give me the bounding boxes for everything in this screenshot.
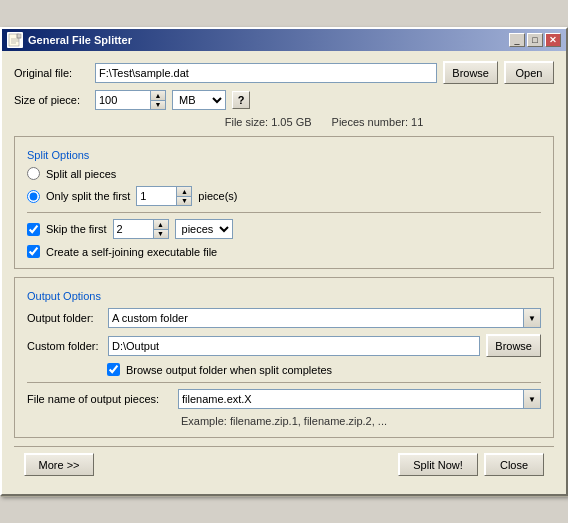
radio-all-pieces[interactable]	[27, 167, 40, 180]
original-file-input[interactable]	[95, 63, 437, 83]
main-window: General File Splitter _ □ ✕ Original fil…	[0, 27, 568, 496]
first-spinners: ▲ ▼	[176, 186, 192, 206]
filename-label: File name of output pieces:	[27, 393, 172, 405]
skip-spinners: ▲ ▼	[153, 219, 169, 239]
pieces-suffix: piece(s)	[198, 190, 237, 202]
radio-first-row: Only split the first ▲ ▼ piece(s)	[27, 186, 541, 206]
skip-first-label: Skip the first	[46, 223, 107, 235]
split-options-label: Split Options	[27, 149, 541, 161]
title-bar-buttons: _ □ ✕	[509, 33, 561, 47]
pieces-number-info: Pieces number: 11	[332, 116, 424, 128]
file-info-row: File size: 1.05 GB Pieces number: 11	[94, 116, 554, 128]
skip-spin-up[interactable]: ▲	[154, 220, 168, 230]
create-exe-checkbox[interactable]	[27, 245, 40, 258]
create-exe-row: Create a self-joining executable file	[27, 245, 541, 258]
footer-right-buttons: Split Now! Close	[398, 453, 544, 476]
size-input[interactable]	[95, 90, 150, 110]
skip-spin-down[interactable]: ▼	[154, 230, 168, 239]
size-spin-up[interactable]: ▲	[151, 91, 165, 101]
more-button[interactable]: More >>	[24, 453, 94, 476]
help-button[interactable]: ?	[232, 91, 250, 109]
skip-count-input[interactable]	[113, 219, 153, 239]
first-input-wrap: ▲ ▼	[136, 186, 192, 206]
filename-row: File name of output pieces: ▼	[27, 389, 541, 409]
skip-first-row: Skip the first ▲ ▼ pieces bytes KB MB	[27, 219, 541, 239]
browse-output-button[interactable]: Browse	[486, 334, 541, 357]
browse-button[interactable]: Browse	[443, 61, 498, 84]
output-folder-arrow[interactable]: ▼	[523, 308, 541, 328]
skip-unit-select[interactable]: pieces bytes KB MB	[175, 219, 233, 239]
create-exe-label: Create a self-joining executable file	[46, 246, 217, 258]
example-text: Example: filename.zip.1, filename.zip.2,…	[27, 415, 541, 427]
output-folder-input[interactable]	[108, 308, 523, 328]
split-now-button[interactable]: Split Now!	[398, 453, 478, 476]
output-options-group: Output Options Output folder: ▼ Custom f…	[14, 277, 554, 438]
custom-folder-row: Custom folder: Browse	[27, 334, 541, 357]
original-file-label: Original file:	[14, 67, 89, 79]
size-input-wrap: ▲ ▼	[95, 90, 166, 110]
output-folder-label: Output folder:	[27, 312, 102, 324]
filename-dropdown-wrap: ▼	[178, 389, 541, 409]
radio-first-pieces[interactable]	[27, 190, 40, 203]
first-spin-down[interactable]: ▼	[177, 197, 191, 206]
browse-output-checkbox[interactable]	[107, 363, 120, 376]
file-size-info: File size: 1.05 GB	[225, 116, 312, 128]
split-options-group: Split Options Split all pieces Only spli…	[14, 136, 554, 269]
radio-first-label: Only split the first	[46, 190, 130, 202]
radio-all-label: Split all pieces	[46, 168, 116, 180]
browse-output-row: Browse output folder when split complete…	[107, 363, 541, 376]
output-options-label: Output Options	[27, 290, 541, 302]
title-bar: General File Splitter _ □ ✕	[2, 29, 566, 51]
filename-arrow[interactable]: ▼	[523, 389, 541, 409]
output-folder-dropdown-wrap: ▼	[108, 308, 541, 328]
footer: More >> Split Now! Close	[14, 446, 554, 484]
size-unit-select[interactable]: MB KB GB Bytes	[172, 90, 226, 110]
output-folder-row: Output folder: ▼	[27, 308, 541, 328]
filename-input[interactable]	[178, 389, 523, 409]
radio-all-row: Split all pieces	[27, 167, 541, 180]
dialog-content: Original file: Browse Open Size of piece…	[2, 51, 566, 494]
window-icon	[7, 32, 23, 48]
close-title-button[interactable]: ✕	[545, 33, 561, 47]
minimize-button[interactable]: _	[509, 33, 525, 47]
first-spin-up[interactable]: ▲	[177, 187, 191, 197]
skip-input-wrap: ▲ ▼	[113, 219, 169, 239]
skip-first-checkbox[interactable]	[27, 223, 40, 236]
custom-folder-label: Custom folder:	[27, 340, 102, 352]
size-spinners: ▲ ▼	[150, 90, 166, 110]
size-spin-down[interactable]: ▼	[151, 101, 165, 110]
maximize-button[interactable]: □	[527, 33, 543, 47]
close-button[interactable]: Close	[484, 453, 544, 476]
original-file-row: Original file: Browse Open	[14, 61, 554, 84]
first-count-input[interactable]	[136, 186, 176, 206]
svg-rect-1	[17, 34, 21, 38]
browse-output-label: Browse output folder when split complete…	[126, 364, 332, 376]
size-label: Size of piece:	[14, 94, 89, 106]
open-button[interactable]: Open	[504, 61, 554, 84]
window-title: General File Splitter	[28, 34, 504, 46]
size-of-piece-row: Size of piece: ▲ ▼ MB KB GB Bytes ?	[14, 90, 554, 110]
custom-folder-input[interactable]	[108, 336, 480, 356]
